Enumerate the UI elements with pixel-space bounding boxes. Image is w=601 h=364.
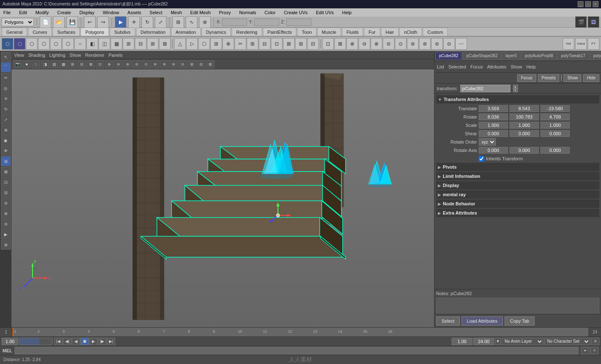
left-tool-snap4[interactable]: ⊘ (1, 198, 11, 208)
left-tool-paint[interactable]: ✏ (1, 73, 11, 83)
tool-icon-10[interactable]: ▦ (111, 38, 122, 50)
attr-menu-selected[interactable]: Selected (448, 64, 466, 69)
tab-dynamics[interactable]: Dynamics (202, 28, 231, 36)
toolbar-icon-select[interactable]: ▶ (115, 16, 126, 28)
translate-x-field[interactable] (479, 105, 508, 112)
tab-subdivs[interactable]: Subdivs (110, 28, 135, 36)
toolbar-icon-open[interactable]: 📂 (53, 16, 65, 28)
anim-layer-dropdown-arrow[interactable]: ▼ (495, 338, 501, 345)
char-set-options[interactable]: ⚙ (591, 338, 599, 345)
tool-icon-34[interactable]: ⊚ (407, 38, 419, 50)
rotate-axis-x-field[interactable] (479, 147, 508, 154)
vp-icon-shading5[interactable]: ▦ (59, 60, 68, 68)
hide-button[interactable]: Hide (583, 74, 599, 82)
tab-polygons[interactable]: Polygons (81, 28, 109, 36)
vp-icon-shading14[interactable]: ⊙ (142, 60, 150, 68)
translate-z-field[interactable] (540, 105, 570, 112)
left-tool-sculpt[interactable]: ◎ (1, 83, 11, 93)
tab-general[interactable]: General (2, 28, 27, 36)
tool-icon-37[interactable]: ⊝ (443, 38, 455, 50)
menu-proxy[interactable]: Proxy (217, 10, 232, 15)
left-tool-scale[interactable]: ⤢ (1, 114, 11, 124)
section-limit-header[interactable]: ▶ Limit Information (436, 172, 599, 180)
rotate-y-field[interactable] (510, 114, 539, 120)
y-field[interactable] (254, 18, 279, 26)
vp-icon-shading9[interactable]: ⊡ (96, 60, 104, 68)
attr-menu-show[interactable]: Show (510, 64, 522, 69)
left-tool-rotate[interactable]: ↻ (1, 104, 11, 114)
tab-surfaces[interactable]: Surfaces (53, 28, 80, 36)
vp-icon-shading19[interactable]: ⊞ (188, 60, 196, 68)
stop-button[interactable]: ⏹ (81, 338, 89, 345)
tool-icon-35[interactable]: ⊛ (419, 38, 431, 50)
attr-tab-polytweak17[interactable]: polyTweak17 (557, 52, 589, 60)
tab-custom[interactable]: Custom (423, 28, 448, 36)
vp-menu-panels[interactable]: Panels (109, 53, 123, 58)
left-tool-snap2[interactable]: ⊡ (1, 177, 11, 187)
vp-icon-shading2[interactable]: □ (32, 60, 40, 68)
range-end-field[interactable] (473, 338, 494, 345)
attr-tab-layer5[interactable]: layer5 (502, 52, 520, 60)
vp-icon-shading15[interactable]: ⊚ (151, 60, 159, 68)
tool-icon-25[interactable]: ⊞ (295, 38, 307, 50)
tool-icon-1[interactable]: ⬡ (2, 38, 13, 50)
left-tool-soft[interactable]: ◉ (1, 135, 11, 145)
toolbar-icon-new[interactable]: 📄 (40, 16, 51, 28)
attr-tab-poly1[interactable]: poly1 (590, 52, 601, 60)
select-button[interactable]: Select (436, 316, 460, 326)
left-tool-universal[interactable]: ⊕ (1, 125, 11, 135)
toolbar-icon-translate[interactable]: ✛ (128, 16, 140, 28)
tool-icon-16[interactable]: ▷ (186, 38, 198, 50)
tool-icon-22[interactable]: ⊟ (259, 38, 270, 50)
translate-y-field[interactable] (510, 105, 539, 112)
x-field[interactable] (222, 18, 247, 26)
tool-icon-20[interactable]: ✂ (235, 38, 246, 50)
tool-icon-30[interactable]: ⊖ (359, 38, 370, 50)
shear-z-field[interactable] (540, 130, 570, 137)
toolbar-icon-ipr[interactable]: 🖼 (588, 16, 599, 28)
vp-menu-renderer[interactable]: Renderer (85, 53, 104, 58)
section-pivots-header[interactable]: ▶ Pivots (436, 163, 599, 171)
section-display-header[interactable]: ▶ Display (436, 181, 599, 190)
menu-mesh[interactable]: Mesh (169, 10, 184, 15)
toolbar-icon-redo[interactable]: ↪ (97, 16, 109, 28)
toolbar-icon-snap-grid[interactable]: ⊞ (172, 16, 184, 28)
shear-x-field[interactable] (479, 130, 508, 137)
attr-tab-polyautoproj48[interactable]: polyAutoProj48 (521, 52, 557, 60)
section-transform-header[interactable]: ▼ Transform Attributes (436, 95, 599, 104)
menu-select[interactable]: Select (148, 10, 164, 15)
toolbar-icon-scale[interactable]: ⤢ (155, 16, 167, 28)
vp-menu-show[interactable]: Show (70, 53, 81, 58)
vp-icon-shading17[interactable]: ⊜ (169, 60, 178, 68)
char-set-select[interactable]: No Character Set (544, 338, 590, 345)
vp-icon-shading1[interactable]: ■ (23, 60, 31, 68)
close-button[interactable]: × (593, 1, 598, 7)
mel-history-button[interactable]: ⏶ (581, 347, 589, 354)
tool-icon-18[interactable]: ⊞ (210, 38, 222, 50)
vp-icon-shading12[interactable]: ⊗ (124, 60, 132, 68)
tool-icon-24[interactable]: ⊠ (283, 38, 295, 50)
vp-icon-shading13[interactable]: ⊘ (133, 60, 141, 68)
tab-animation[interactable]: Animation (171, 28, 201, 36)
left-tool-show[interactable]: 👁 (1, 146, 11, 156)
attr-tab-pcube282[interactable]: pCube282 (435, 52, 462, 60)
rotate-axis-z-field[interactable] (540, 147, 570, 154)
show-button[interactable]: Show (563, 74, 581, 82)
toolbar-icon-undo[interactable]: ↩ (84, 16, 96, 28)
tool-icon-2[interactable]: ⬡ (14, 38, 25, 50)
tool-icon-36[interactable]: ⊜ (431, 38, 443, 50)
rotate-z-field[interactable] (540, 114, 570, 120)
tool-icon-7[interactable]: ○ (74, 38, 86, 50)
menu-create-uvs[interactable]: Create UVs (282, 10, 309, 15)
section-nodebehavior-header[interactable]: ▶ Node Behavior (436, 200, 599, 208)
shear-y-field[interactable] (510, 130, 539, 137)
rotate-x-field[interactable] (479, 114, 508, 120)
left-tool-snap3[interactable]: ⊟ (1, 187, 11, 197)
viewport-3d[interactable]: View Shading Lighting Show Renderer Pane… (12, 51, 434, 327)
menu-create[interactable]: Create (56, 10, 73, 15)
vp-icon-shading21[interactable]: ⊠ (206, 60, 215, 68)
tool-icon-13[interactable]: ⊞ (147, 38, 159, 50)
load-attributes-button[interactable]: Load Attributes (462, 316, 503, 326)
copy-tab-button[interactable]: Copy Tab (505, 316, 535, 326)
tab-hair[interactable]: Hair (381, 28, 399, 36)
